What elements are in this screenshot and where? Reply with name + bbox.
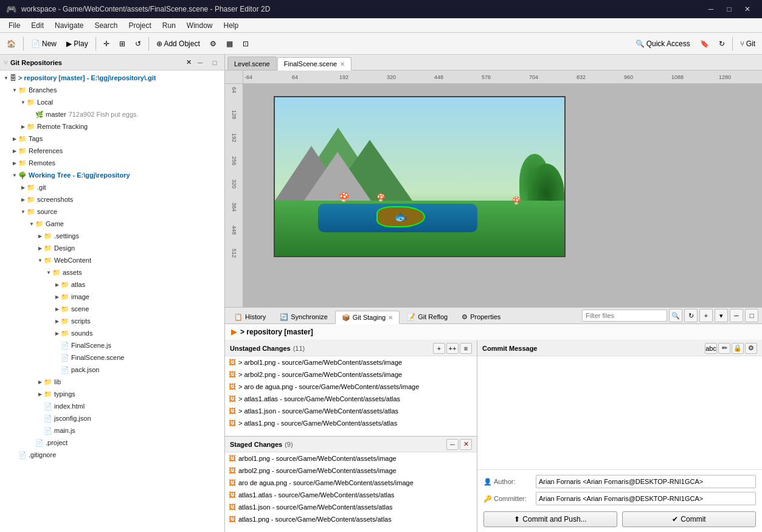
bottom-tab-close-2[interactable]: ✕ [388, 314, 393, 321]
bottom-tab-4[interactable]: ⚙Properties [455, 310, 507, 323]
unstaged-file-5[interactable]: 🖼> atlas1.png - source/Game/WebContent/a… [225, 417, 477, 429]
commit-lock-button[interactable]: 🔒 [732, 343, 744, 354]
unstaged-file-0[interactable]: 🖼> arbol1.png - source/Game/WebContent/a… [225, 356, 477, 368]
maximize-button[interactable]: □ [721, 2, 738, 16]
canvas-area[interactable]: -646419232044857670483296010881280 64128… [225, 71, 762, 307]
staged-file-0[interactable]: 🖼arbol1.png - source/Game/WebContent/ass… [225, 452, 477, 465]
unstaged-add-button[interactable]: + [433, 343, 445, 354]
menu-item-help[interactable]: Help [219, 20, 244, 31]
grid-button[interactable]: ▦ [222, 35, 237, 52]
tree-item-8[interactable]: ▼🌳Working Tree - E:\ggj\repository [0, 169, 224, 181]
tree-item-26[interactable]: ▶📁typings [0, 388, 224, 400]
tree-item-27[interactable]: 📄index.html [0, 400, 224, 412]
unstaged-menu-button[interactable]: ≡ [460, 343, 472, 354]
close-button[interactable]: ✕ [739, 2, 756, 16]
new-button[interactable]: 📄 New [27, 35, 61, 52]
tree-item-9[interactable]: ▶📁.git [0, 181, 224, 193]
bottom-tab-1[interactable]: 🔄Synchronize [273, 310, 334, 323]
tree-item-3[interactable]: 🌿master712a902 Fish put eggs. [0, 108, 224, 120]
staged-file-2[interactable]: 🖼aro de agua.png - source/Game/WebConten… [225, 477, 477, 489]
tree-item-22[interactable]: 📄FinalScene.js [0, 339, 224, 351]
commit-more-button[interactable]: ⚙ [745, 343, 757, 354]
tree-item-4[interactable]: ▶📁Remote Tracking [0, 120, 224, 133]
menu-item-navigate[interactable]: Navigate [50, 20, 88, 31]
quick-access-button[interactable]: 🔍 Quick Access [631, 35, 694, 52]
pointer-tool[interactable]: ⊞ [115, 35, 130, 52]
tree-item-6[interactable]: ▶📁References [0, 145, 224, 157]
commit-spell-button[interactable]: abc [705, 343, 717, 354]
tree-item-14[interactable]: ▶📁Design [0, 242, 224, 254]
panel-min-button[interactable]: ─ [730, 309, 743, 322]
tree-item-28[interactable]: 📄jsconfig.json [0, 412, 224, 424]
tree-item-31[interactable]: 📄.gitignore [0, 449, 224, 461]
committer-input[interactable] [536, 492, 756, 505]
tree-item-1[interactable]: ▼📁Branches [0, 84, 224, 96]
left-panel-maximize[interactable]: □ [209, 57, 221, 69]
unstaged-file-3[interactable]: 🖼> atlas1.atlas - source/Game/WebContent… [225, 393, 477, 405]
snap-button[interactable]: ⊡ [238, 35, 253, 52]
play-button[interactable]: ▶ Play [62, 35, 92, 52]
editor-tab-0[interactable]: Level.scene [227, 57, 277, 70]
rotate-tool[interactable]: ↺ [131, 35, 145, 52]
author-input[interactable] [536, 475, 756, 488]
tree-item-18[interactable]: ▶📁image [0, 291, 224, 303]
commit-and-push-button[interactable]: ⬆ Commit and Push... [483, 511, 617, 527]
tree-item-16[interactable]: ▼📁assets [0, 266, 224, 278]
filter-add-button[interactable]: + [699, 309, 713, 322]
tree-item-20[interactable]: ▶📁scripts [0, 315, 224, 327]
git-button[interactable]: ⑂ Git [736, 35, 760, 52]
tree-item-2[interactable]: ▼📁Local [0, 96, 224, 108]
settings-button[interactable]: ⚙ [206, 35, 221, 52]
unstaged-file-1[interactable]: 🖼> arbol2.png - source/Game/WebContent/a… [225, 368, 477, 381]
staged-file-3[interactable]: 🖼atlas1.atlas - source/Game/WebContent/a… [225, 489, 477, 501]
menu-item-edit[interactable]: Edit [26, 20, 49, 31]
menu-item-search[interactable]: Search [89, 20, 122, 31]
tree-item-11[interactable]: ▼📁source [0, 206, 224, 218]
tree-item-13[interactable]: ▶📁.settings [0, 230, 224, 242]
tree-item-29[interactable]: 📄main.js [0, 424, 224, 437]
staged-remove-all-button[interactable]: ✕ [460, 439, 472, 450]
filter-search-button[interactable]: 🔍 [669, 309, 682, 322]
select-tool[interactable]: ✛ [99, 35, 114, 52]
tree-item-19[interactable]: ▶📁scene [0, 303, 224, 315]
unstaged-file-2[interactable]: 🖼> aro de agua.png - source/Game/WebCont… [225, 381, 477, 393]
tree-item-25[interactable]: ▶📁lib [0, 376, 224, 388]
tree-item-21[interactable]: ▶📁sounds [0, 327, 224, 339]
bookmark-button[interactable]: 🔖 [696, 35, 713, 52]
staged-file-1[interactable]: 🖼arbol2.png - source/Game/WebContent/ass… [225, 465, 477, 477]
refresh-button[interactable]: ↻ [715, 35, 729, 52]
commit-edit-button[interactable]: ✏ [718, 343, 730, 354]
tree-item-7[interactable]: ▶📁Remotes [0, 157, 224, 169]
unstaged-add-all-button[interactable]: ++ [446, 343, 459, 354]
commit-message-textarea[interactable] [477, 356, 762, 470]
tree-item-24[interactable]: 📄pack.json [0, 364, 224, 376]
tab-close-1[interactable]: ✕ [340, 61, 345, 67]
menu-item-window[interactable]: Window [182, 20, 218, 31]
tree-item-15[interactable]: ▼📁WebContent [0, 254, 224, 266]
tree-item-17[interactable]: ▶📁atlas [0, 278, 224, 291]
home-button[interactable]: 🏠 [2, 35, 20, 52]
filter-input[interactable] [582, 309, 667, 322]
staged-file-5[interactable]: 🖼atlas1.png - source/Game/WebContent/ass… [225, 513, 477, 525]
filter-menu-button[interactable]: ▾ [715, 309, 728, 322]
tree-item-30[interactable]: 📄.project [0, 437, 224, 449]
menu-item-run[interactable]: Run [158, 20, 181, 31]
canvas-viewport[interactable]: 🐟 🍄 🍄 🍄 [243, 84, 762, 307]
left-panel-minimize[interactable]: ─ [194, 57, 206, 69]
bottom-tab-2[interactable]: 📦Git Staging✕ [335, 311, 400, 324]
tree-item-23[interactable]: 📄FinalScene.scene [0, 351, 224, 364]
minimize-button[interactable]: ─ [702, 2, 719, 16]
filter-refresh-button[interactable]: ↻ [684, 309, 698, 322]
tree-item-10[interactable]: ▶📁screenshots [0, 193, 224, 206]
menu-item-file[interactable]: File [4, 20, 25, 31]
unstaged-file-4[interactable]: 🖼> atlas1.json - source/Game/WebContent/… [225, 405, 477, 417]
add-object-button[interactable]: ⊕ Add Object [152, 35, 204, 52]
menu-item-project[interactable]: Project [123, 20, 156, 31]
editor-tab-1[interactable]: FinalScene.scene✕ [277, 57, 352, 71]
staged-remove-button[interactable]: ─ [446, 439, 459, 450]
staged-file-4[interactable]: 🖼atlas1.json - source/Game/WebContent/as… [225, 501, 477, 513]
tree-item-0[interactable]: ▼🗄> repository [master] - E:\ggj\reposit… [0, 72, 224, 84]
tree-item-5[interactable]: ▶📁Tags [0, 133, 224, 145]
bottom-tab-3[interactable]: 📝Git Reflog [400, 310, 454, 323]
panel-max-button[interactable]: □ [745, 309, 758, 322]
